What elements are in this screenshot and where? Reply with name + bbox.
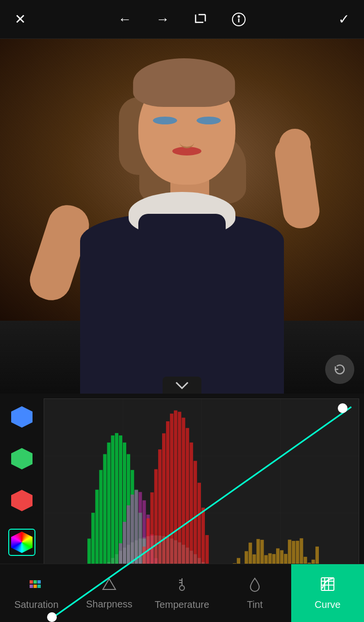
close-button[interactable]: ✕ [10, 6, 31, 32]
saturation-icon [29, 576, 44, 595]
svg-rect-7 [33, 580, 37, 584]
reset-icon[interactable] [325, 355, 354, 384]
curve-histogram-area[interactable] [44, 398, 359, 622]
undo-button[interactable]: ← [113, 7, 136, 32]
svg-point-4 [238, 16, 240, 17]
svg-line-5 [51, 407, 351, 618]
editor-panel: Saturation Sharpness Temperature [0, 394, 364, 622]
toolbar-center: ← → [113, 7, 251, 32]
curve-point-end[interactable] [338, 403, 347, 413]
collapse-button[interactable] [163, 377, 201, 394]
svg-rect-6 [30, 580, 33, 584]
curve-point-start[interactable] [47, 612, 57, 622]
photo-area [0, 39, 364, 394]
done-button[interactable]: ✓ [333, 6, 354, 32]
curve-editor [0, 394, 364, 622]
curve-line [44, 399, 359, 622]
blue-channel-button[interactable] [8, 403, 35, 431]
info-button[interactable] [227, 7, 251, 32]
crop-button[interactable] [189, 8, 212, 31]
svg-rect-8 [37, 580, 41, 584]
svg-rect-10 [33, 585, 37, 588]
svg-rect-9 [30, 585, 33, 588]
all-channel-button[interactable] [8, 529, 35, 556]
toolbar: ✕ ← → ✓ [0, 0, 364, 39]
red-channel-button[interactable] [8, 487, 35, 514]
svg-rect-11 [37, 585, 41, 588]
green-channel-button[interactable] [8, 445, 35, 472]
redo-button[interactable]: → [151, 7, 174, 32]
